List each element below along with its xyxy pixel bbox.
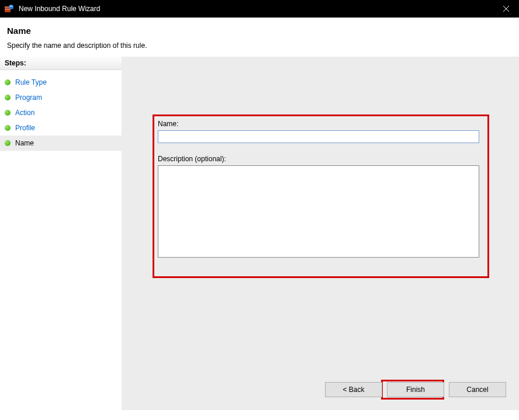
back-button[interactable]: < Back <box>325 382 382 397</box>
bullet-icon <box>5 79 11 85</box>
steps-sidebar: Steps: Rule Type Program Action Profile … <box>0 57 122 410</box>
description-textarea[interactable] <box>158 165 479 258</box>
page-title: Name <box>7 26 512 36</box>
wizard-header: Name Specify the name and description of… <box>0 18 519 57</box>
step-program[interactable]: Program <box>0 90 122 105</box>
bullet-icon <box>5 125 11 131</box>
bullet-icon <box>5 110 11 116</box>
bullet-icon <box>5 95 11 100</box>
step-label: Action <box>15 109 34 117</box>
name-input[interactable] <box>158 130 479 143</box>
description-label: Description (optional): <box>158 155 486 163</box>
step-label: Name <box>15 139 34 147</box>
svg-rect-2 <box>5 9 11 10</box>
step-rule-type[interactable]: Rule Type <box>0 75 122 90</box>
cancel-button[interactable]: Cancel <box>449 382 506 397</box>
step-name[interactable]: Name <box>0 136 122 151</box>
step-label: Rule Type <box>15 78 47 86</box>
page-description: Specify the name and description of this… <box>7 41 512 50</box>
finish-button[interactable]: Finish <box>387 382 444 397</box>
step-label: Program <box>15 93 42 102</box>
main-pane: Name: Description (optional): < Back Fin… <box>122 57 519 410</box>
close-button[interactable] <box>493 0 519 18</box>
bullet-icon <box>5 140 11 146</box>
name-label: Name: <box>158 120 486 128</box>
titlebar: New Inbound Rule Wizard <box>0 0 519 18</box>
firewall-icon <box>5 4 14 13</box>
step-action[interactable]: Action <box>0 105 122 120</box>
steps-header: Steps: <box>0 57 122 70</box>
step-profile[interactable]: Profile <box>0 120 122 136</box>
window-title: New Inbound Rule Wizard <box>19 5 100 13</box>
step-label: Profile <box>15 124 35 132</box>
